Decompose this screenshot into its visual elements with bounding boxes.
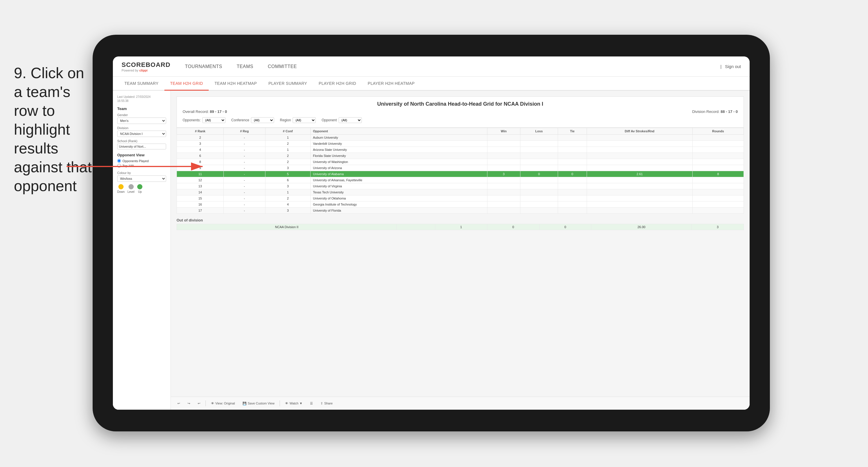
data-cell: - <box>224 183 266 189</box>
table-row[interactable]: 2-1Auburn University <box>177 135 744 141</box>
table-row[interactable]: 13-3University of Virginia <box>177 183 744 189</box>
table-row[interactable]: 11-5University of Alabama3002.618 <box>177 171 744 177</box>
watch-button[interactable]: 👁 Watch ▼ <box>283 401 305 406</box>
data-cell <box>558 147 587 153</box>
data-cell <box>558 153 587 159</box>
nav-links: TOURNAMENTS TEAMS COMMITTEE <box>185 62 720 71</box>
school-label: School (Rank) <box>117 139 166 143</box>
tab-team-h2h-heatmap[interactable]: TEAM H2H HEATMAP <box>209 77 262 91</box>
division-record: Division Record: 88 - 17 - 0 <box>692 110 738 114</box>
data-cell: - <box>224 153 266 159</box>
opponent-name-cell: University of Arizona <box>311 165 487 171</box>
undo2-button[interactable]: ↩ <box>195 401 203 407</box>
sign-out-button[interactable]: Sign out <box>725 64 741 69</box>
data-cell <box>558 177 587 183</box>
nav-committee[interactable]: COMMITTEE <box>268 62 297 71</box>
data-cell: 0 <box>558 171 587 177</box>
data-cell <box>558 196 587 202</box>
data-cell: 13 <box>177 183 224 189</box>
data-cell: 1 <box>265 135 311 141</box>
data-cell <box>487 141 520 147</box>
table-row[interactable]: 9-3University of Arizona <box>177 165 744 171</box>
conference-filter[interactable]: (All) <box>251 117 274 123</box>
table-row[interactable]: 16-4Georgia Institute of Technology <box>177 202 744 208</box>
grid-records: Overall Record: 89 - 17 - 0 Division Rec… <box>183 110 738 114</box>
division-label: Division <box>117 126 166 130</box>
data-cell <box>520 202 558 208</box>
region-filter[interactable]: (All) <box>292 117 316 123</box>
data-cell: - <box>224 196 266 202</box>
tab-player-h2h-heatmap[interactable]: PLAYER H2H HEATMAP <box>362 77 421 91</box>
tab-bar: TEAM SUMMARY TEAM H2H GRID TEAM H2H HEAT… <box>113 77 750 91</box>
table-row[interactable]: 6-2Florida State University <box>177 153 744 159</box>
data-cell <box>692 135 744 141</box>
tab-team-h2h-grid[interactable]: TEAM H2H GRID <box>164 77 209 91</box>
conference-filter-group: Conference (All) <box>231 117 274 123</box>
undo-button[interactable]: ↩ <box>175 401 182 407</box>
save-custom-button[interactable]: 💾 Save Custom View <box>240 401 277 407</box>
opponent-name-cell: Florida State University <box>311 153 487 159</box>
last-updated: Last Updated: 27/03/2024 16:55:38 <box>117 95 166 103</box>
nav-right: | Sign out <box>720 64 741 69</box>
table-row[interactable]: 15-2University of Oklahoma <box>177 196 744 202</box>
opponent-filter[interactable]: (All) <box>339 117 362 123</box>
data-cell: 1 <box>265 189 311 196</box>
colour-by-select[interactable]: Win/loss <box>117 175 166 182</box>
data-cell: - <box>224 177 266 183</box>
nav-teams[interactable]: TEAMS <box>237 62 253 71</box>
school-input[interactable] <box>117 144 166 149</box>
out-division-win: 1 <box>435 224 487 230</box>
division-select[interactable]: NCAA Division I <box>117 130 166 137</box>
out-division-opponent <box>397 224 435 230</box>
data-cell <box>487 165 520 171</box>
view-original-button[interactable]: 👁 View: Original <box>209 401 237 406</box>
tab-team-summary[interactable]: TEAM SUMMARY <box>119 77 164 91</box>
top100-option[interactable]: Top 100 <box>117 164 166 168</box>
opponent-name-cell: University of Florida <box>311 208 487 214</box>
colour-section: Colour by Win/loss Down Level <box>117 171 166 194</box>
table-row[interactable]: 17-3University of Florida <box>177 208 744 214</box>
logo-scoreboard: SCOREBOARD <box>122 61 170 68</box>
gender-select[interactable]: Men's <box>117 118 166 124</box>
table-row[interactable]: 12-6University of Arkansas, Fayetteville <box>177 177 744 183</box>
table-row[interactable]: 14-1Texas Tech University <box>177 189 744 196</box>
opponent-name-cell: University of Virginia <box>311 183 487 189</box>
out-of-division-row[interactable]: NCAA Division II 1 0 0 26.00 3 <box>177 224 744 230</box>
left-panel: Last Updated: 27/03/2024 16:55:38 Team G… <box>113 91 171 410</box>
data-cell <box>558 165 587 171</box>
data-cell: 4 <box>265 202 311 208</box>
tab-player-h2h-grid[interactable]: PLAYER H2H GRID <box>313 77 362 91</box>
table-row[interactable]: 8-2University of Washington <box>177 159 744 165</box>
layout-button[interactable]: ☰ <box>308 401 315 407</box>
out-division-loss: 0 <box>487 224 539 230</box>
table-row[interactable]: 4-1Arizona State University <box>177 147 744 153</box>
data-cell: 6 <box>265 177 311 183</box>
table-row[interactable]: 3-2Vanderbilt University <box>177 141 744 147</box>
out-division-diff: 26.00 <box>591 224 692 230</box>
data-cell: 9 <box>177 165 224 171</box>
redo-button[interactable]: ↪ <box>185 401 192 407</box>
opponent-name-cell: Auburn University <box>311 135 487 141</box>
data-cell <box>692 202 744 208</box>
data-cell <box>587 183 692 189</box>
data-cell <box>558 141 587 147</box>
nav-tournaments[interactable]: TOURNAMENTS <box>185 62 222 71</box>
data-cell <box>487 189 520 196</box>
out-division-tie: 0 <box>539 224 591 230</box>
opponents-filter[interactable]: (All) <box>202 117 225 123</box>
data-cell: - <box>224 141 266 147</box>
out-division-division: NCAA Division II <box>177 224 397 230</box>
legend-up: Up <box>137 184 143 194</box>
data-cell <box>520 196 558 202</box>
data-cell: 16 <box>177 202 224 208</box>
share-button[interactable]: ⇪ Share <box>318 401 335 407</box>
tab-player-summary[interactable]: PLAYER SUMMARY <box>262 77 313 91</box>
data-cell <box>587 189 692 196</box>
data-cell <box>692 147 744 153</box>
data-cell <box>520 147 558 153</box>
col-win: Win <box>487 128 520 135</box>
logo-powered: Powered by clippi <box>122 68 170 72</box>
opponents-played-option[interactable]: Opponents Played <box>117 159 166 163</box>
data-cell: 2 <box>265 159 311 165</box>
col-rank: # Rank <box>177 128 224 135</box>
